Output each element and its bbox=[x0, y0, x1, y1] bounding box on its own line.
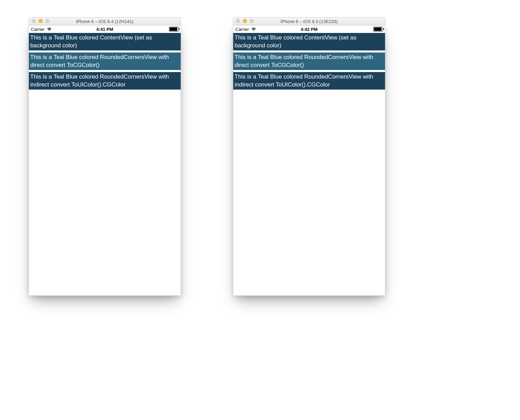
ios-status-bar: Carrier 4:41 PM bbox=[29, 25, 181, 33]
status-bar-right bbox=[169, 27, 179, 32]
simulator-window-ios93[interactable]: iPhone 6 – iOS 9.3 (13E233) Carrier bbox=[233, 17, 385, 296]
window-titlebar[interactable]: iPhone 6 – iOS 9.3 (13E233) bbox=[233, 17, 385, 25]
rounded-corners-direct-row: This is a Teal Blue colored RoundedCorne… bbox=[233, 52, 385, 70]
content-view-row: This is a Teal Blue colored ContentView … bbox=[29, 33, 181, 50]
window-titlebar[interactable]: iPhone 6 – iOS 8.4 (12H141) bbox=[29, 17, 181, 25]
window-title: iPhone 6 – iOS 9.3 (13E233) bbox=[281, 19, 338, 24]
wifi-icon bbox=[251, 27, 256, 31]
battery-icon bbox=[373, 27, 383, 32]
simulator-body: Carrier 4:41 PM bbox=[29, 25, 181, 296]
simulator-window-ios84[interactable]: iPhone 6 – iOS 8.4 (12H141) Carrier bbox=[29, 17, 181, 296]
rounded-corners-direct-text: This is a Teal Blue colored RoundedCorne… bbox=[30, 54, 169, 68]
maximize-icon[interactable] bbox=[250, 19, 254, 23]
carrier-label: Carrier bbox=[31, 27, 45, 32]
minimize-icon[interactable] bbox=[38, 19, 43, 23]
ios-status-bar: Carrier 4:42 PM bbox=[233, 25, 385, 33]
content-view-text: This is a Teal Blue colored ContentView … bbox=[235, 34, 357, 49]
rounded-corners-indirect-row: This is a Teal Blue colored RoundedCorne… bbox=[233, 72, 385, 90]
status-bar-left: Carrier bbox=[31, 27, 52, 32]
maximize-icon[interactable] bbox=[45, 19, 49, 23]
rounded-corners-indirect-text: This is a Teal Blue colored RoundedCorne… bbox=[30, 73, 169, 88]
traffic-lights bbox=[236, 19, 254, 23]
device-screen[interactable]: Carrier 4:41 PM bbox=[29, 25, 181, 295]
status-bar-left: Carrier bbox=[235, 27, 256, 32]
rounded-corners-indirect-text: This is a Teal Blue colored RoundedCorne… bbox=[235, 73, 373, 88]
close-icon[interactable] bbox=[32, 19, 36, 23]
window-title: iPhone 6 – iOS 8.4 (12H141) bbox=[76, 19, 134, 24]
rounded-corners-indirect-row: This is a Teal Blue colored RoundedCorne… bbox=[29, 72, 181, 90]
wifi-icon bbox=[47, 27, 52, 31]
minimize-icon[interactable] bbox=[243, 19, 247, 23]
simulator-body: Carrier 4:42 PM bbox=[233, 25, 385, 296]
status-bar-right bbox=[373, 27, 383, 32]
content-view-text: This is a Teal Blue colored ContentView … bbox=[30, 34, 152, 49]
rounded-corners-direct-row: This is a Teal Blue colored RoundedCorne… bbox=[29, 52, 181, 70]
device-screen[interactable]: Carrier 4:42 PM bbox=[233, 25, 385, 295]
stage: iPhone 6 – iOS 8.4 (12H141) Carrier bbox=[0, 0, 520, 420]
carrier-label: Carrier bbox=[235, 27, 249, 32]
battery-icon bbox=[169, 27, 179, 32]
rounded-corners-direct-text: This is a Teal Blue colored RoundedCorne… bbox=[235, 54, 373, 68]
traffic-lights bbox=[32, 19, 49, 23]
content-view-row: This is a Teal Blue colored ContentView … bbox=[233, 33, 385, 50]
close-icon[interactable] bbox=[236, 19, 240, 23]
